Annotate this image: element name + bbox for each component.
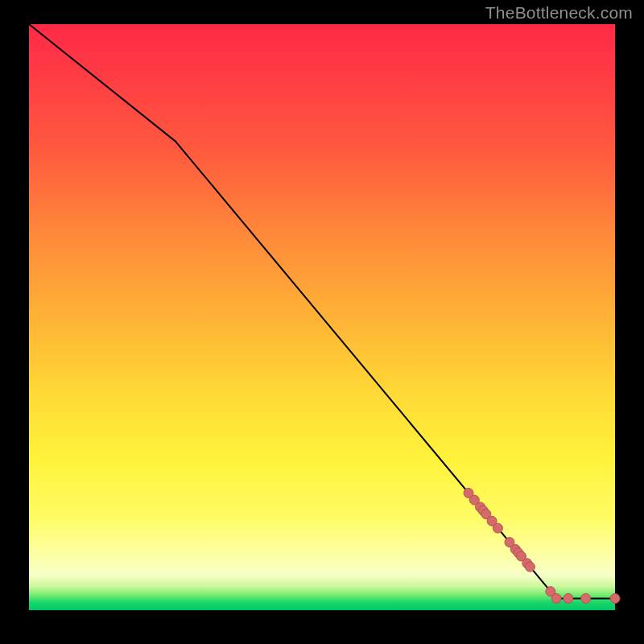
- plot-area: [29, 24, 615, 610]
- data-point: [493, 523, 502, 533]
- chart-frame: TheBottleneck.com: [0, 0, 644, 644]
- data-point: [525, 562, 535, 572]
- data-point: [581, 593, 591, 603]
- attribution-label: TheBottleneck.com: [485, 3, 633, 23]
- chart-points: [464, 488, 620, 603]
- chart-svg: [29, 24, 615, 610]
- data-point: [564, 593, 573, 603]
- chart-curve: [29, 24, 615, 598]
- data-point: [551, 593, 561, 603]
- data-point: [610, 593, 620, 603]
